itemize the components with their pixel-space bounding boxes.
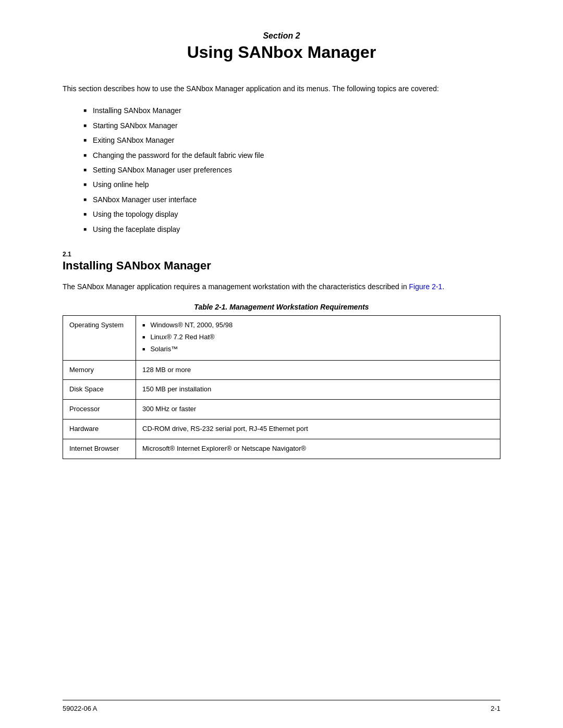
topics-list: Installing SANbox ManagerStarting SANbox… [83,105,500,235]
subsection-body: The SANbox Manager application requires … [63,281,500,292]
intro-paragraph: This section describes how to use the SA… [63,83,500,94]
subsection-body-end: . [442,282,444,291]
table-bullet-item: Linux® 7.2 Red Hat® [142,332,494,343]
table-cell-label: Internet Browser [63,439,136,459]
bullet-list-item: Setting SANbox Manager user preferences [83,164,500,176]
bullet-list-item: Changing the password for the default fa… [83,150,500,161]
section-label-text: Section [263,31,293,40]
bullet-list-item: SANbox Manager user interface [83,194,500,205]
table-row: Internet BrowserMicrosoft® Internet Expl… [63,439,500,459]
subsection-heading: Installing SANbox Manager [63,259,500,273]
footer-left: 59022-06 A [63,705,97,712]
table-cell-label: Disk Space [63,380,136,400]
table-cell-label: Processor [63,400,136,419]
table-cell-label: Hardware [63,419,136,439]
section-label: Section 2 [63,31,500,41]
bullet-list-item: Exiting SANbox Manager [83,134,500,146]
page-footer: 59022-06 A 2-1 [63,700,500,712]
main-content: Section 2 Using SANbox Manager This sect… [63,31,500,686]
table-cell-value: Microsoft® Internet Explorer® or Netscap… [136,439,500,459]
table-bullet-item: Solaris™ [142,344,494,355]
page-container: Section 2 Using SANbox Manager This sect… [0,0,563,728]
section-number-text: 2 [296,31,300,40]
table-row: Memory128 MB or more [63,360,500,380]
table-cell-value: Windows® NT, 2000, 95/98Linux® 7.2 Red H… [136,316,500,360]
bullet-list-item: Installing SANbox Manager [83,105,500,116]
table-row: Operating SystemWindows® NT, 2000, 95/98… [63,316,500,360]
page-title: Using SANbox Manager [63,43,500,62]
table-cell-value: CD-ROM drive, RS-232 serial port, RJ-45 … [136,419,500,439]
subsection-body-text: The SANbox Manager application requires … [63,282,409,291]
table-cell-label: Operating System [63,316,136,360]
bullet-list-item: Using the faceplate display [83,224,500,235]
table-cell-value: 128 MB or more [136,360,500,380]
figure-link[interactable]: Figure 2-1 [409,282,443,291]
table-row: Processor300 MHz or faster [63,400,500,419]
table-cell-value: 150 MB per installation [136,380,500,400]
table-row: Disk Space150 MB per installation [63,380,500,400]
bullet-list-item: Starting SANbox Manager [83,120,500,131]
page-header: Section 2 Using SANbox Manager [63,31,500,62]
subsection-number: 2.1 [63,251,500,258]
footer-right: 2-1 [491,705,500,712]
table-cell-value: 300 MHz or faster [136,400,500,419]
table-row: HardwareCD-ROM drive, RS-232 serial port… [63,419,500,439]
table-bullet-item: Windows® NT, 2000, 95/98 [142,320,494,331]
bullet-list-item: Using online help [83,179,500,190]
requirements-table: Operating SystemWindows® NT, 2000, 95/98… [63,315,500,459]
table-cell-label: Memory [63,360,136,380]
table-title: Table 2-1. Management Workstation Requir… [63,303,500,311]
bullet-list-item: Using the topology display [83,208,500,220]
